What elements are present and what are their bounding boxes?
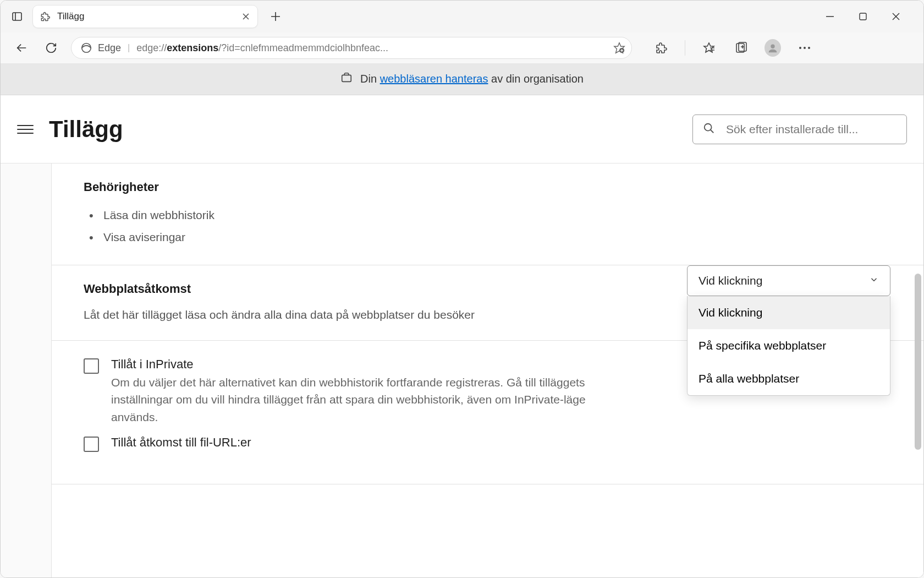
brand-label: Edge xyxy=(98,42,121,54)
toolbar: Edge | edge://extensions/?id=cnlefmmeadm… xyxy=(1,32,923,63)
file-urls-option: Tillåt åtkomst till fil-URL:er xyxy=(84,435,892,452)
site-access-title: Webbplatsåtkomst xyxy=(84,282,676,296)
extension-icon xyxy=(40,11,51,22)
dropdown-option[interactable]: På alla webbplatser xyxy=(688,362,890,395)
separator xyxy=(685,40,685,56)
svg-rect-27 xyxy=(342,75,351,81)
titlebar: Tillägg xyxy=(1,1,923,32)
permissions-title: Behörigheter xyxy=(84,180,892,194)
favorites-button[interactable] xyxy=(701,40,717,56)
managed-text: Din webbläsaren hanteras av din organisa… xyxy=(360,73,584,85)
url-text: edge://extensions/?id=cnlefmmeadmemmdcio… xyxy=(136,42,604,54)
search-icon xyxy=(703,122,715,137)
page-title: Tillägg xyxy=(49,116,123,143)
svg-point-26 xyxy=(808,47,810,49)
svg-point-11 xyxy=(82,43,91,53)
file-urls-checkbox[interactable] xyxy=(84,437,99,452)
chevron-down-icon xyxy=(869,274,879,287)
content: Behörigheter Läsa din webbhistorik Visa … xyxy=(51,163,923,578)
permission-item: Läsa din webbhistorik xyxy=(103,204,892,226)
managed-org-bar: Din webbläsaren hanteras av din organisa… xyxy=(1,63,923,95)
menu-button[interactable] xyxy=(796,40,813,56)
profile-button[interactable] xyxy=(765,40,781,56)
close-tab-button[interactable] xyxy=(241,12,251,21)
maximize-button[interactable] xyxy=(857,11,868,22)
content-wrap: Behörigheter Läsa din webbhistorik Visa … xyxy=(1,163,923,578)
permissions-list: Läsa din webbhistorik Visa aviseringar xyxy=(84,204,892,248)
new-tab-button[interactable] xyxy=(266,7,285,26)
site-access-desc: Låt det här tillägget läsa och ändra all… xyxy=(84,306,540,324)
permissions-section: Behörigheter Läsa din webbhistorik Visa … xyxy=(52,163,923,265)
dropdown-option[interactable]: Vid klickning xyxy=(688,296,890,329)
svg-point-24 xyxy=(799,47,801,49)
dropdown-button[interactable]: Vid klickning xyxy=(687,265,890,296)
site-access-section: Webbplatsåtkomst Låt det här tillägget l… xyxy=(52,265,923,341)
inprivate-checkbox[interactable] xyxy=(84,358,99,374)
separator: | xyxy=(128,43,130,53)
page-header: Tillägg xyxy=(1,95,923,163)
refresh-button[interactable] xyxy=(41,38,61,58)
favorite-button[interactable] xyxy=(610,39,628,57)
address-bar[interactable]: Edge | edge://extensions/?id=cnlefmmeadm… xyxy=(71,37,632,59)
site-access-dropdown: Vid klickning Vid klickning På specifika… xyxy=(687,265,890,396)
svg-point-25 xyxy=(804,47,806,49)
search-input[interactable] xyxy=(726,123,897,136)
managed-link[interactable]: webbläsaren hanteras xyxy=(380,73,488,85)
avatar-icon xyxy=(765,39,781,57)
tab-title: Tillägg xyxy=(57,11,234,22)
back-button[interactable] xyxy=(12,38,31,58)
minimize-button[interactable] xyxy=(824,11,835,22)
svg-point-23 xyxy=(771,45,774,48)
file-urls-label: Tillåt åtkomst till fil-URL:er xyxy=(111,435,251,450)
dropdown-option[interactable]: På specifika webbplatser xyxy=(688,329,890,362)
svg-rect-0 xyxy=(13,13,21,20)
briefcase-icon xyxy=(340,72,353,86)
menu-toggle-button[interactable] xyxy=(17,121,34,138)
window-controls xyxy=(824,11,918,22)
dropdown-menu: Vid klickning På specifika webbplatser P… xyxy=(687,296,890,396)
close-window-button[interactable] xyxy=(890,11,901,22)
toolbar-actions xyxy=(653,40,813,56)
tab-actions-icon[interactable] xyxy=(8,8,26,25)
search-box[interactable] xyxy=(692,114,907,144)
edge-logo-icon: Edge xyxy=(80,42,121,54)
browser-tab[interactable]: Tillägg xyxy=(32,5,258,28)
inprivate-label: Tillåt i InPrivate xyxy=(111,357,628,372)
scrollbar-thumb[interactable] xyxy=(915,274,921,450)
permission-item: Visa aviseringar xyxy=(103,226,892,248)
inprivate-desc: Om du väljer det här alternativet kan di… xyxy=(111,374,628,426)
svg-line-29 xyxy=(711,129,714,133)
dropdown-selected: Vid klickning xyxy=(698,274,762,287)
collections-button[interactable] xyxy=(733,40,749,56)
svg-rect-7 xyxy=(860,13,866,20)
extensions-button[interactable] xyxy=(653,40,669,56)
svg-point-28 xyxy=(705,123,712,130)
